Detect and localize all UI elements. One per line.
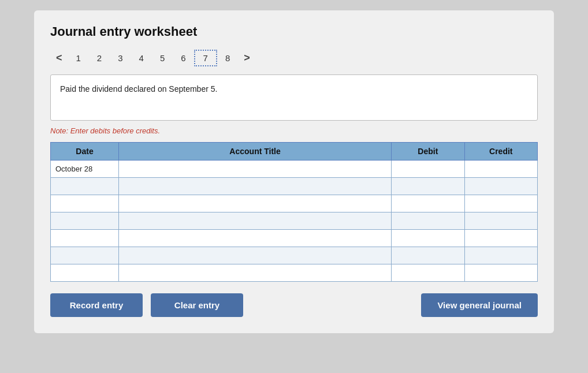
prev-page-button[interactable]: < (50, 50, 68, 66)
page-num-6[interactable]: 6 (173, 51, 193, 65)
cell-debit-0[interactable] (392, 161, 464, 178)
note-text: Note: Enter debits before credits. (50, 126, 538, 135)
table-row (51, 212, 538, 230)
cell-account-1[interactable] (119, 178, 392, 195)
view-general-journal-button[interactable]: View general journal (421, 293, 538, 317)
col-header-date: Date (51, 143, 119, 161)
cell-account-5[interactable] (119, 247, 392, 264)
page-num-5[interactable]: 5 (152, 51, 173, 65)
table-row (51, 264, 538, 282)
cell-account-6[interactable] (119, 264, 392, 282)
cell-date-1[interactable] (51, 178, 119, 195)
cell-credit-4[interactable] (464, 230, 537, 247)
page-num-3[interactable]: 3 (110, 51, 131, 65)
col-header-debit: Debit (392, 143, 464, 161)
page-num-7[interactable]: 7 (194, 50, 217, 66)
journal-table: Date Account Title Debit Credit October … (50, 142, 538, 282)
cell-credit-6[interactable] (464, 264, 537, 282)
cell-debit-4[interactable] (392, 230, 464, 247)
table-row (51, 178, 538, 195)
col-header-account: Account Title (119, 143, 392, 161)
col-header-credit: Credit (464, 143, 537, 161)
cell-credit-2[interactable] (464, 195, 537, 212)
table-row (51, 247, 538, 264)
action-buttons: Record entry Clear entry View general jo… (50, 293, 538, 317)
cell-debit-2[interactable] (392, 195, 464, 212)
description-box: Paid the dividend declared on September … (50, 74, 538, 121)
cell-debit-5[interactable] (392, 247, 464, 264)
table-row (51, 230, 538, 247)
pagination: < 12345678> (50, 50, 538, 66)
cell-account-4[interactable] (119, 230, 392, 247)
page-num-8[interactable]: 8 (217, 51, 238, 65)
clear-entry-button[interactable]: Clear entry (151, 293, 243, 317)
next-page-button[interactable]: > (238, 50, 256, 66)
cell-credit-5[interactable] (464, 247, 537, 264)
cell-date-2[interactable] (51, 195, 119, 212)
cell-date-0[interactable]: October 28 (51, 161, 119, 178)
cell-credit-3[interactable] (464, 212, 537, 230)
cell-credit-1[interactable] (464, 178, 537, 195)
cell-date-4[interactable] (51, 230, 119, 247)
cell-debit-3[interactable] (392, 212, 464, 230)
cell-date-6[interactable] (51, 264, 119, 282)
table-row: October 28 (51, 161, 538, 178)
cell-account-2[interactable] (119, 195, 392, 212)
cell-debit-1[interactable] (392, 178, 464, 195)
page-num-2[interactable]: 2 (89, 51, 110, 65)
page-num-1[interactable]: 1 (68, 51, 89, 65)
cell-account-3[interactable] (119, 212, 392, 230)
cell-date-3[interactable] (51, 212, 119, 230)
cell-account-0[interactable] (119, 161, 392, 178)
cell-date-5[interactable] (51, 247, 119, 264)
page-num-4[interactable]: 4 (131, 51, 152, 65)
record-entry-button[interactable]: Record entry (50, 293, 143, 317)
cell-debit-6[interactable] (392, 264, 464, 282)
table-row (51, 195, 538, 212)
journal-entry-worksheet-card: Journal entry worksheet < 12345678> Paid… (34, 10, 554, 333)
page-title: Journal entry worksheet (50, 24, 538, 39)
cell-credit-0[interactable] (464, 161, 537, 178)
